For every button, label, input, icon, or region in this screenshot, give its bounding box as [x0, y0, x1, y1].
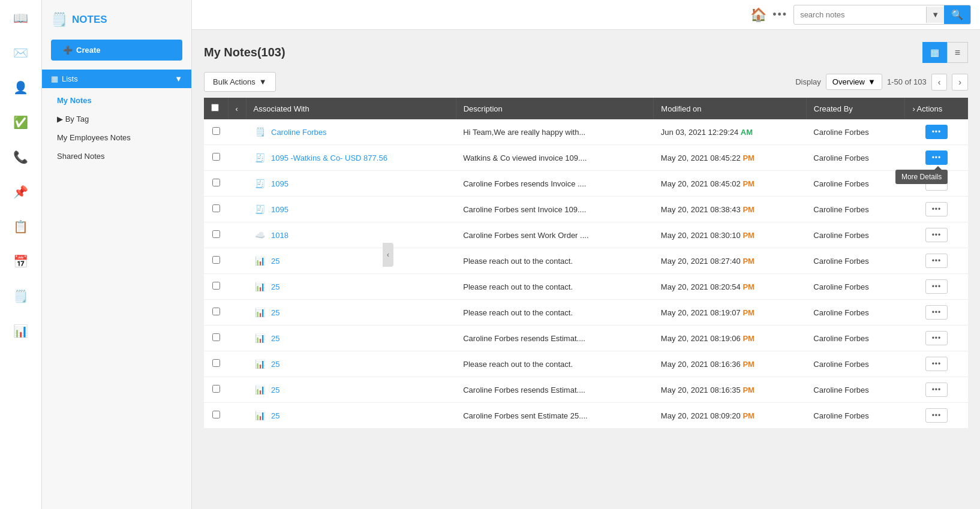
mail-icon[interactable]: ✉️: [9, 41, 33, 65]
bulk-actions-button[interactable]: Bulk Actions ▼: [204, 72, 276, 92]
page-title: My Notes(103): [204, 46, 285, 59]
grid-view-button[interactable]: ▦: [922, 42, 947, 63]
assoc-link[interactable]: 25: [271, 308, 279, 317]
create-button[interactable]: ➕ Create: [51, 40, 182, 61]
assoc-link[interactable]: 25: [271, 385, 279, 394]
home-icon[interactable]: 🏠: [750, 7, 766, 23]
overview-dropdown-button[interactable]: Overview ▼: [826, 74, 882, 90]
assoc-link[interactable]: 1095: [271, 179, 288, 188]
chart-icon[interactable]: 📊: [9, 319, 33, 343]
modified-on-cell: May 20, 2021 08:19:06 PM: [654, 326, 806, 351]
row-checkbox-6[interactable]: [212, 256, 220, 264]
assoc-type-icon: 📊: [253, 383, 266, 396]
row-checkbox-2[interactable]: [212, 153, 220, 161]
assoc-link[interactable]: 25: [271, 411, 279, 420]
assoc-link[interactable]: 1095 -Watkins & Co- USD 877.56: [271, 153, 387, 162]
app-title: NOTES: [72, 14, 107, 26]
assoc-link[interactable]: 1095: [271, 205, 288, 214]
search-dropdown-button[interactable]: ▼: [926, 7, 944, 23]
row-checkbox-10[interactable]: [212, 359, 220, 367]
modified-date: May 20, 2021 08:19:06: [661, 334, 743, 343]
actions-button-8[interactable]: •••: [925, 305, 948, 320]
search-submit-button[interactable]: 🔍: [944, 5, 970, 24]
prev-page-button[interactable]: ‹: [931, 74, 948, 91]
row-checkbox-8[interactable]: [212, 308, 220, 315]
associated-with-cell: 📊 25: [246, 326, 456, 351]
sidebar-item-by-tag[interactable]: ▶ By Tag: [42, 110, 191, 128]
modified-date: May 20, 2021 08:30:10: [661, 231, 743, 240]
actions-button-9[interactable]: •••: [925, 331, 948, 345]
actions-button-6[interactable]: •••: [925, 254, 948, 268]
row-arrow-col: [228, 171, 246, 197]
actions-button-7[interactable]: •••: [925, 279, 948, 294]
modified-period: PM: [742, 231, 754, 240]
description-cell: Hi Team,We are really happy with...: [456, 119, 654, 145]
row-checkbox-3[interactable]: [212, 179, 220, 186]
modified-date: Jun 03, 2021 12:29:24: [661, 128, 741, 137]
row-checkbox-11[interactable]: [212, 385, 220, 393]
header-associated-with: Associated With: [246, 98, 456, 119]
actions-button-10[interactable]: •••: [925, 357, 948, 371]
report-list-icon[interactable]: 📋: [9, 215, 33, 239]
actions-button-11[interactable]: •••: [925, 382, 948, 397]
pin-icon[interactable]: 📌: [9, 180, 33, 204]
table-row: 📊 25 Caroline Forbes sent Estimate 25...…: [204, 403, 968, 429]
sidebar-collapse-handle[interactable]: ‹: [383, 243, 393, 267]
sidebar-item-shared-notes[interactable]: Shared Notes: [42, 147, 191, 165]
row-checkbox-12[interactable]: [212, 411, 220, 418]
calendar-icon[interactable]: 📅: [9, 249, 33, 273]
created-by-cell: Caroline Forbes: [806, 377, 905, 403]
row-checkbox-9[interactable]: [212, 333, 220, 341]
modified-on-cell: May 20, 2021 08:16:36 PM: [654, 351, 806, 377]
assoc-link[interactable]: 25: [271, 360, 279, 369]
actions-button-12[interactable]: •••: [925, 408, 948, 423]
lists-section[interactable]: ▦ Lists ▼: [42, 70, 191, 88]
row-checkbox-7[interactable]: [212, 282, 220, 290]
row-arrow-col: [228, 274, 246, 300]
notes-table: ‹ Associated With Description Modified o…: [204, 98, 968, 428]
actions-button-1[interactable]: •••: [925, 125, 948, 139]
header-created-by: Created By: [806, 98, 905, 119]
modified-period: PM: [742, 179, 754, 188]
row-arrow-col: [228, 326, 246, 351]
more-options-icon[interactable]: •••: [772, 8, 787, 21]
created-by-cell: Caroline Forbes: [806, 326, 905, 351]
modified-on-cell: May 20, 2021 08:19:07 PM: [654, 300, 806, 326]
row-arrow-col: [228, 222, 246, 248]
assoc-link[interactable]: 25: [271, 282, 279, 291]
row-checkbox-5[interactable]: [212, 230, 220, 238]
list-view-button[interactable]: ≡: [947, 42, 968, 63]
modified-period: PM: [742, 282, 754, 291]
assoc-type-icon: 📊: [253, 409, 266, 422]
modified-on-cell: May 20, 2021 08:45:22 PM: [654, 145, 806, 171]
sidebar-item-my-employees-notes[interactable]: My Employees Notes: [42, 128, 191, 147]
modified-period: PM: [742, 334, 754, 343]
toolbar-right: Display Overview ▼ 1-50 of 103 ‹ ›: [795, 74, 968, 91]
table-row: 🧾 1095 Caroline Forbes sent Invoice 109.…: [204, 197, 968, 222]
next-page-button[interactable]: ›: [952, 74, 968, 91]
assoc-link[interactable]: 1018: [271, 231, 288, 240]
actions-button-2[interactable]: •••: [925, 150, 948, 165]
assoc-link[interactable]: 25: [271, 257, 279, 266]
notes-icon[interactable]: 🗒️: [9, 284, 33, 308]
description-cell: Watkins & Co viewed invoice 109....: [456, 145, 654, 171]
modified-period: PM: [742, 411, 754, 420]
modified-date: May 20, 2021 08:38:43: [661, 205, 743, 214]
page-header: My Notes(103) ▦ ≡: [204, 42, 968, 63]
actions-button-4[interactable]: •••: [925, 202, 948, 216]
assoc-link[interactable]: 25: [271, 334, 279, 343]
actions-button-5[interactable]: •••: [925, 228, 948, 242]
select-all-checkbox[interactable]: [211, 104, 219, 112]
sidebar-nav: My Notes ▶ By Tag My Employees Notes Sha…: [42, 88, 191, 168]
assoc-link[interactable]: Caroline Forbes: [271, 128, 327, 137]
row-checkbox-1[interactable]: [212, 127, 220, 135]
phone-icon[interactable]: 📞: [9, 145, 33, 169]
search-input[interactable]: [794, 7, 926, 23]
book-icon[interactable]: 📖: [9, 6, 33, 30]
modified-period: PM: [742, 385, 754, 394]
contact-icon[interactable]: 👤: [9, 76, 33, 100]
actions-cell: ••• More Details: [905, 145, 968, 171]
row-checkbox-4[interactable]: [212, 204, 220, 212]
calendar-check-icon[interactable]: ✅: [9, 110, 33, 134]
sidebar-item-my-notes[interactable]: My Notes: [42, 91, 191, 110]
